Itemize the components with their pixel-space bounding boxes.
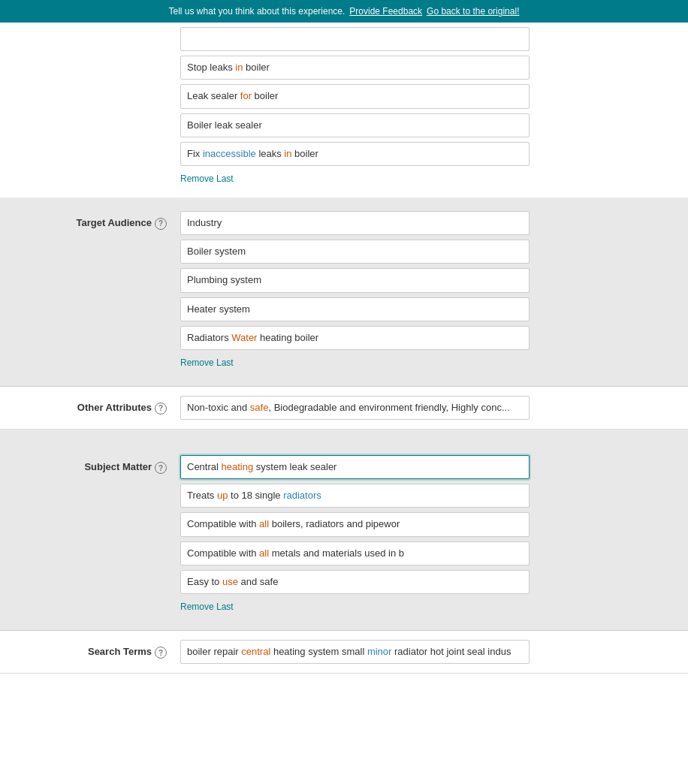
other-attributes-help-icon[interactable]: ? (155, 403, 167, 415)
subject-matter-section: Subject Matter ? Central heating system … (0, 442, 688, 631)
other-attributes-input[interactable]: Non-toxic and safe, Biodegradable and en… (180, 396, 530, 420)
top-input-1[interactable] (180, 27, 530, 51)
other-attributes-label: Other Attributes ? (15, 396, 180, 415)
sm-input-1[interactable]: Central heating system leak sealer (180, 455, 530, 479)
ta-input-5[interactable]: Radiators Water heating boiler (180, 326, 530, 350)
top-input-3[interactable]: Leak sealer for boiler (180, 84, 530, 108)
search-terms-label: Search Terms ? (15, 640, 180, 659)
target-audience-section: Target Audience ? Industry Boiler system… (0, 198, 688, 387)
divider (0, 430, 688, 442)
provide-feedback-link[interactable]: Provide Feedback (349, 6, 422, 17)
search-terms-input[interactable]: boiler repair central heating system sma… (180, 640, 530, 664)
ta-input-2[interactable]: Boiler system (180, 240, 530, 264)
search-terms-help-icon[interactable]: ? (155, 647, 167, 659)
top-remove-last[interactable]: Remove Last (180, 173, 234, 184)
top-input-4[interactable]: Boiler leak sealer (180, 113, 530, 137)
subject-matter-help-icon[interactable]: ? (155, 462, 167, 474)
ta-input-3[interactable]: Plumbing system (180, 268, 530, 292)
top-inputs-section: Stop leaks in boiler Leak sealer for boi… (0, 23, 688, 198)
search-terms-section: Search Terms ? boiler repair central hea… (0, 631, 688, 674)
feedback-bar: Tell us what you think about this experi… (0, 0, 688, 23)
subject-matter-fields: Central heating system leak sealer Treat… (180, 455, 673, 617)
target-audience-fields: Industry Boiler system Plumbing system H… (180, 211, 673, 372)
search-terms-fields: boiler repair central heating system sma… (180, 640, 673, 664)
top-input-5[interactable]: Fix inaccessible leaks in boiler (180, 142, 530, 166)
ta-input-1[interactable]: Industry (180, 211, 530, 235)
other-attributes-section: Other Attributes ? Non-toxic and safe, B… (0, 387, 688, 430)
sm-remove-last[interactable]: Remove Last (180, 602, 234, 612)
subject-matter-label: Subject Matter ? (15, 455, 180, 474)
feedback-bar-text: Tell us what you think about this experi… (169, 6, 346, 17)
sm-input-4[interactable]: Compatible with all metals and materials… (180, 541, 530, 565)
target-audience-label: Target Audience ? (15, 211, 180, 230)
sm-input-2[interactable]: Treats up to 18 single radiators (180, 484, 530, 508)
ta-remove-last[interactable]: Remove Last (180, 357, 234, 368)
sm-input-5[interactable]: Easy to use and safe (180, 570, 530, 594)
other-attributes-fields: Non-toxic and safe, Biodegradable and en… (180, 396, 673, 420)
ta-input-4[interactable]: Heater system (180, 297, 530, 321)
go-back-link[interactable]: Go back to the original! (427, 6, 519, 17)
top-input-2[interactable]: Stop leaks in boiler (180, 56, 530, 80)
target-audience-help-icon[interactable]: ? (155, 218, 167, 230)
sm-input-3[interactable]: Compatible with all boilers, radiators a… (180, 512, 530, 536)
